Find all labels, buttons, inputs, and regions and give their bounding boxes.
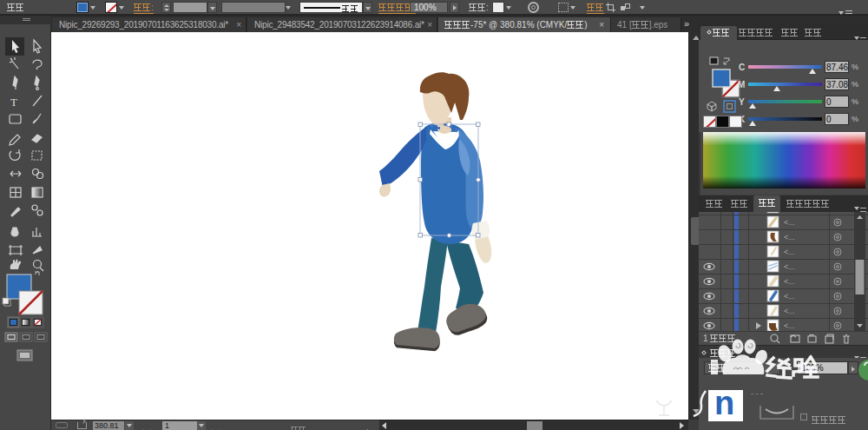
svg-text:<...: <... — [784, 218, 795, 227]
svg-text:<...: <... — [784, 292, 795, 301]
svg-text:<...: <... — [784, 248, 795, 256]
svg-text:<...: <... — [784, 262, 795, 271]
svg-text:<...: <... — [784, 321, 795, 330]
svg-text:<...: <... — [784, 277, 795, 286]
svg-text:T: T — [10, 96, 17, 109]
svg-text:<...: <... — [784, 233, 795, 241]
svg-text:<...: <... — [784, 307, 795, 315]
